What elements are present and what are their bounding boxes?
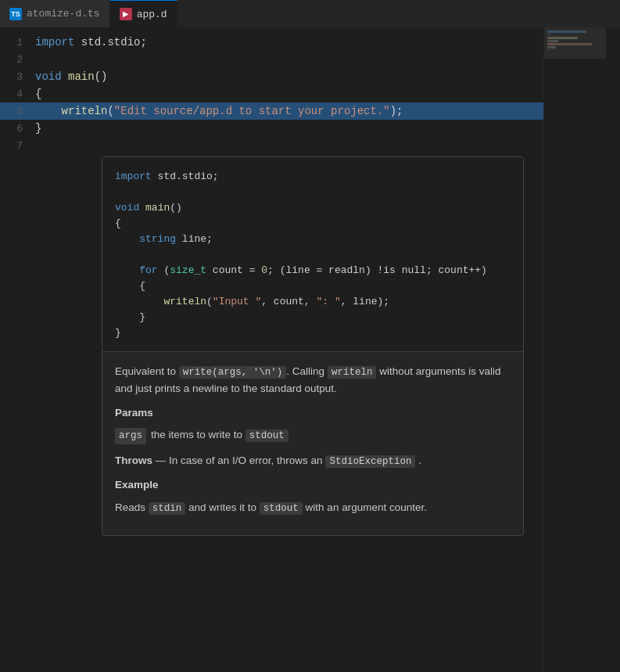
line-num-1: 1 [0,37,35,49]
code-line-6: 6 } [0,120,543,137]
minimap-line-4 [547,40,558,42]
inline-code-write: write(args, '\n') [179,366,287,379]
line-content-4: { [35,88,543,100]
tooltip-code-9: writeln("Input ", count, ": ", line); [115,293,511,309]
minimap-line-5 [547,43,592,45]
line-num-6: 6 [0,123,35,135]
ts-icon: TS [9,8,22,20]
line-num-3: 3 [0,71,35,83]
tooltip-doc: Equivalent to write(args, '\n'). Calling… [102,352,523,535]
line-num-5: 5 [0,106,35,117]
code-line-5: 5 writeln("Edit source/app.d to start yo… [0,102,543,120]
tab-atomize-d-label: atomize-d.ts [27,8,100,20]
tooltip-code-7: for (size_t count = 0; (line = readln) !… [115,262,511,278]
tooltip-code-6 [115,246,511,262]
line-content-5: writeln("Edit source/app.d to start your… [35,105,543,117]
throws-title: Throws [115,455,152,466]
tooltip-code-5: string line; [115,231,511,246]
code-lines: 1 import std.stdio; 2 3 void main() 4 { … [0,27,543,160]
minimap-lines [544,27,606,56]
inline-code-stdin: stdin [149,502,186,515]
code-line-2: 2 [0,51,543,68]
param-line-args: args the items to write to stdout [115,427,511,444]
line-num-4: 4 [0,88,35,100]
tooltip-code-4: { [115,215,511,231]
tooltip-code-1: import std.stdio; [115,168,511,184]
minimap-line-2 [547,34,553,36]
code-line-1: 1 import std.stdio; [0,34,543,51]
minimap-line-1 [547,31,586,33]
tooltip-code-3: void main() [115,199,511,215]
code-panel[interactable]: 1 import std.stdio; 2 3 void main() 4 { … [0,27,543,672]
minimap-line-3 [547,37,578,39]
tab-app-d[interactable]: ▶ app.d [110,0,177,27]
tooltip-code-8: { [115,278,511,293]
throws-line: Throws — In case of an I/O error, throws… [115,452,511,469]
tooltip-popup: import std.stdio; void main() { string l… [102,156,524,536]
tab-bar: TS atomize-d.ts ▶ app.d [0,0,620,27]
line-content-3: void main() [35,70,543,83]
line-content-6: } [35,122,543,135]
throws-exception: StdioException [325,455,415,468]
code-line-4: 4 { [0,85,543,102]
d-icon: ▶ [120,8,132,20]
tab-atomize-d[interactable]: TS atomize-d.ts [0,0,110,27]
tab-app-d-label: app.d [137,9,167,20]
inline-code-stdout: stdout [260,502,303,515]
tooltip-code-10: } [115,309,511,325]
line-content-1: import std.stdio; [35,36,543,49]
inline-code-writeln: writeln [328,366,377,379]
editor-area: 1 import std.stdio; 2 3 void main() 4 { … [0,27,620,672]
param-dest-stdout: stdout [245,429,288,442]
tooltip-description: Equivalent to write(args, '\n'). Calling… [115,363,511,397]
tooltip-code-11: } [115,325,511,340]
minimap-line-7 [547,49,550,52]
example-desc: Reads stdin and writes it to stdout with… [115,499,511,516]
code-line-7: 7 [0,137,543,154]
param-desc-args: the items to write to stdout [151,427,288,444]
line-num-2: 2 [0,54,35,66]
param-name-args: args [115,428,146,444]
minimap[interactable] [543,27,606,672]
code-line-3: 3 void main() [0,68,543,85]
params-title: Params [115,405,511,421]
minimap-line-6 [547,46,556,49]
tooltip-code-2 [115,184,511,199]
example-title: Example [115,477,511,493]
tooltip-code-block: import std.stdio; void main() { string l… [102,157,523,352]
line-num-7: 7 [0,140,35,152]
